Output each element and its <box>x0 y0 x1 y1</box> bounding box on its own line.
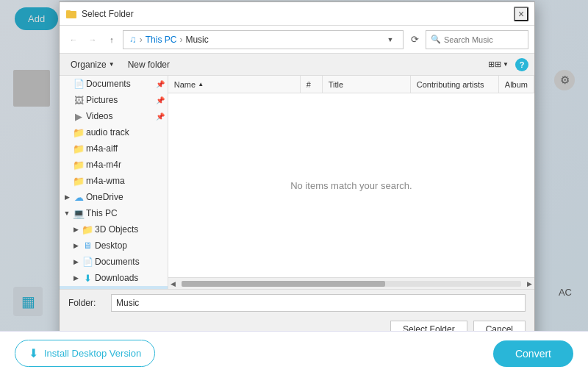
tree-label: Downloads <box>95 273 138 283</box>
col-header-album[interactable]: Album <box>499 76 534 93</box>
app-bottom-bar: ⬇ Install Desktop Version Convert <box>0 331 588 375</box>
tree-arrow: ▶ <box>71 258 80 265</box>
search-icon: 🔍 <box>431 35 441 44</box>
tree-item-m4a-wma[interactable]: 📁 m4a-wma <box>60 173 168 189</box>
tree-item-m4a-aiff[interactable]: 📁 m4a-aiff <box>60 140 168 157</box>
tree-label: Documents <box>86 79 131 89</box>
convert-button[interactable]: Convert <box>493 340 573 367</box>
tree-item-documents-top[interactable]: 📄 Documents 📌 <box>60 76 168 92</box>
cloud-icon: ☁ <box>74 192 84 202</box>
col-header-name[interactable]: Name ▲ <box>168 76 301 93</box>
breadcrumb-sep1: › <box>140 35 143 45</box>
dialog-title-left: Select Folder <box>65 8 134 20</box>
organize-label: Organize <box>71 60 107 70</box>
dialog-toolbar: Organize ▼ New folder ⊞⊞ ▼ ? <box>60 54 534 76</box>
scroll-left-button[interactable]: ◀ <box>168 279 179 289</box>
tree-item-3d-objects[interactable]: ▶ 📁 3D Objects <box>60 221 168 238</box>
folder-icon: 📁 <box>74 176 84 186</box>
tree-arrow: ▶ <box>71 226 80 233</box>
view-dropdown-icon: ▼ <box>503 61 509 68</box>
folder-icon: 📁 <box>74 127 84 138</box>
pictures-icon: 🖼 <box>74 95 84 105</box>
breadcrumb-music[interactable]: Music <box>185 35 208 45</box>
install-btn-label: Install Desktop Version <box>44 348 141 359</box>
tree-item-videos[interactable]: ▶ Videos 📌 <box>60 108 168 124</box>
tree-item-pictures[interactable]: 🖼 Pictures 📌 <box>60 92 168 108</box>
videos-icon: ▶ <box>74 111 84 121</box>
tree-label: m4a-m4r <box>86 160 121 170</box>
tree-item-music[interactable]: ▶ ♫ Music <box>60 286 168 289</box>
tree-label: This PC <box>86 208 118 218</box>
dialog-close-button[interactable]: × <box>514 7 528 21</box>
dialog-titlebar: Select Folder × <box>60 2 534 26</box>
folder-icon: 📁 <box>74 160 84 170</box>
col-title-label: Title <box>329 80 343 89</box>
nav-forward-button[interactable]: → <box>85 32 101 48</box>
tree-label: Documents <box>95 257 140 267</box>
tree-item-this-pc[interactable]: ▼ 💻 This PC <box>60 205 168 221</box>
install-desktop-button[interactable]: ⬇ Install Desktop Version <box>15 340 155 367</box>
scrollbar-thumb[interactable] <box>182 281 385 287</box>
folder-tree-panel: 📄 Documents 📌 🖼 Pictures 📌 ▶ Videos 📌 📁 … <box>60 76 168 289</box>
dialog-title-text: Select Folder <box>82 9 134 19</box>
nav-back-button[interactable]: ← <box>65 32 82 48</box>
search-box: 🔍 <box>426 30 528 49</box>
dialog-content: 📄 Documents 📌 🖼 Pictures 📌 ▶ Videos 📌 📁 … <box>60 76 534 289</box>
tree-label: Pictures <box>86 95 118 105</box>
organize-dropdown-icon: ▼ <box>109 61 115 68</box>
tree-label: 3D Objects <box>95 224 138 235</box>
pc-icon: 💻 <box>74 208 84 218</box>
file-list-body: No items match your search. <box>168 93 534 277</box>
tree-item-audio-track[interactable]: 📁 audio track <box>60 124 168 140</box>
col-header-number[interactable]: # <box>301 76 323 93</box>
view-button[interactable]: ⊞⊞ ▼ <box>484 57 512 71</box>
breadcrumb-dropdown-button[interactable]: ▼ <box>384 33 397 46</box>
file-list-header: Name ▲ # Title Contributing artists Albu… <box>168 76 534 93</box>
col-name-label: Name <box>174 80 196 89</box>
pin-icon: 📌 <box>156 113 165 121</box>
tree-label: Videos <box>86 111 112 121</box>
downloads-icon: ⬇ <box>82 273 93 283</box>
col-header-title[interactable]: Title <box>323 76 411 93</box>
tree-item-documents-pc[interactable]: ▶ 📄 Documents <box>60 254 168 270</box>
tree-item-downloads[interactable]: ▶ ⬇ Downloads <box>60 270 168 286</box>
new-folder-button[interactable]: New folder <box>123 57 175 72</box>
scroll-right-button[interactable]: ▶ <box>524 279 534 289</box>
docs-icon: 📄 <box>74 79 84 89</box>
tree-arrow: ▼ <box>62 210 71 217</box>
breadcrumb-this-pc[interactable]: This PC <box>146 35 177 45</box>
horizontal-scrollbar[interactable]: ◀ ▶ <box>168 277 534 289</box>
desktop-icon: 🖥 <box>82 240 93 251</box>
tree-arrow: ▶ <box>62 193 71 201</box>
col-header-artists[interactable]: Contributing artists <box>411 76 499 93</box>
tree-item-m4a-m4r[interactable]: 📁 m4a-m4r <box>60 157 168 173</box>
nav-up-button[interactable]: ↑ <box>104 32 120 48</box>
organize-button[interactable]: Organize ▼ <box>65 57 120 72</box>
tree-label: m4a-wma <box>86 176 125 186</box>
col-album-label: Album <box>505 80 528 89</box>
select-folder-dialog: Select Folder × ← → ↑ ♫ › This PC › Musi… <box>59 1 535 343</box>
folder-label: Folder: <box>68 298 105 308</box>
docs-icon: 📄 <box>82 257 93 267</box>
tree-arrow: ▶ <box>71 274 80 282</box>
col-number-label: # <box>306 80 311 89</box>
search-input[interactable] <box>444 35 523 44</box>
scrollbar-track <box>182 281 521 287</box>
folder-input[interactable] <box>111 294 526 312</box>
no-items-message: No items match your search. <box>290 180 412 191</box>
view-icon: ⊞⊞ <box>488 60 501 69</box>
svg-rect-0 <box>66 11 76 18</box>
tree-item-onedrive[interactable]: ▶ ☁ OneDrive <box>60 189 168 205</box>
folder-row: Folder: <box>60 290 534 316</box>
tree-item-desktop[interactable]: ▶ 🖥 Desktop <box>60 238 168 254</box>
file-list-panel: Name ▲ # Title Contributing artists Albu… <box>168 76 534 289</box>
breadcrumb-bar: ♫ › This PC › Music ▼ <box>123 30 404 49</box>
folder-icon: 📁 <box>74 143 84 154</box>
nav-refresh-button[interactable]: ⟳ <box>406 32 423 48</box>
help-button[interactable]: ? <box>515 58 528 71</box>
tree-label: audio track <box>86 127 129 138</box>
tree-label: Desktop <box>95 240 127 251</box>
sort-arrow-icon: ▲ <box>198 81 204 88</box>
col-artists-label: Contributing artists <box>417 80 484 89</box>
dialog-navbar: ← → ↑ ♫ › This PC › Music ▼ ⟳ 🔍 <box>60 26 534 54</box>
